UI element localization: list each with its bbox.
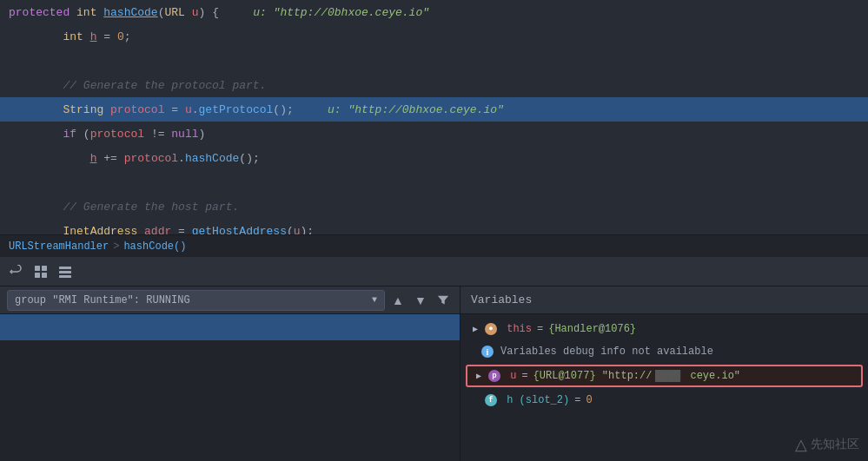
svg-rect-6 (59, 275, 71, 278)
var-item-this[interactable]: ▶ ● this = {Handler@1076} (461, 318, 868, 340)
thread-dropdown-text: group "RMI Runtime": RUNNING (15, 294, 190, 306)
variables-title: Variables (471, 293, 532, 306)
frames-list (0, 314, 460, 461)
svg-rect-4 (59, 267, 71, 269)
svg-rect-2 (35, 273, 40, 278)
code-line-3 (0, 49, 868, 73)
variables-panel: Variables ▶ ● this = {Handler@1076} i Va… (461, 286, 868, 461)
code-line-4: // Generate the protocol part. (0, 73, 868, 97)
frame-item[interactable] (0, 314, 460, 340)
watermark: △ 先知社区 (795, 435, 859, 454)
filter-button[interactable] (434, 291, 453, 310)
svg-rect-3 (42, 273, 47, 278)
code-line-10: InetAddress addr = getHostAddress(u); (0, 219, 868, 234)
badge-info: i (481, 346, 494, 358)
code-line-5: String protocol = u.getProtocol(); u: "h… (0, 97, 868, 122)
code-line-7: h += protocol.hashCode(); (0, 146, 868, 170)
breadcrumb-sep: > (113, 240, 119, 253)
code-line-1: protected int hashCode(URL u) { u: "http… (0, 0, 868, 24)
return-icon[interactable] (7, 262, 26, 281)
code-line-9: // Generate the host part. (0, 194, 868, 219)
breadcrumb-left: URLStreamHandler (9, 240, 109, 253)
down-button[interactable]: ▼ (411, 291, 430, 310)
badge-u: p (488, 370, 500, 382)
debug-toolbar (0, 257, 868, 286)
frames-panel: group "RMI Runtime": RUNNING ▼ ▲ ▼ (0, 286, 461, 461)
code-line-2: int h = 0; (0, 24, 868, 49)
table-icon[interactable] (31, 262, 50, 281)
code-editor: protected int hashCode(URL u) { u: "http… (0, 0, 868, 234)
code-line-6: if (protocol != null) (0, 122, 868, 146)
variables-header: Variables (461, 286, 868, 314)
frames-toolbar: group "RMI Runtime": RUNNING ▼ ▲ ▼ (0, 286, 460, 314)
svg-rect-1 (42, 266, 47, 271)
svg-rect-5 (59, 271, 71, 273)
thread-dropdown[interactable]: group "RMI Runtime": RUNNING ▼ (7, 290, 385, 311)
badge-this: ● (485, 323, 497, 335)
expand-icon-this: ▶ (469, 323, 481, 335)
expand-icon-u: ▶ (473, 370, 485, 382)
watermark-symbol: △ (795, 435, 807, 454)
bottom-panel: group "RMI Runtime": RUNNING ▼ ▲ ▼ (0, 257, 868, 461)
breadcrumb: URLStreamHandler > hashCode() (0, 234, 868, 257)
var-item-u[interactable]: ▶ p u = {URL@1077} "http:// ████ ceye.io… (466, 365, 863, 387)
code-line-8 (0, 170, 868, 194)
watermark-text: 先知社区 (811, 437, 859, 452)
breadcrumb-right: hashCode() (123, 240, 186, 253)
badge-h: f (485, 394, 497, 406)
up-button[interactable]: ▲ (388, 291, 407, 310)
chevron-down-icon: ▼ (372, 295, 377, 305)
list-icon[interactable] (56, 262, 75, 281)
var-item-h[interactable]: ▶ f h (slot_2) = 0 (461, 389, 868, 412)
svg-rect-0 (35, 266, 40, 271)
debug-main: group "RMI Runtime": RUNNING ▼ ▲ ▼ (0, 286, 868, 461)
var-item-debug-info: i Variables debug info not available (461, 340, 868, 363)
